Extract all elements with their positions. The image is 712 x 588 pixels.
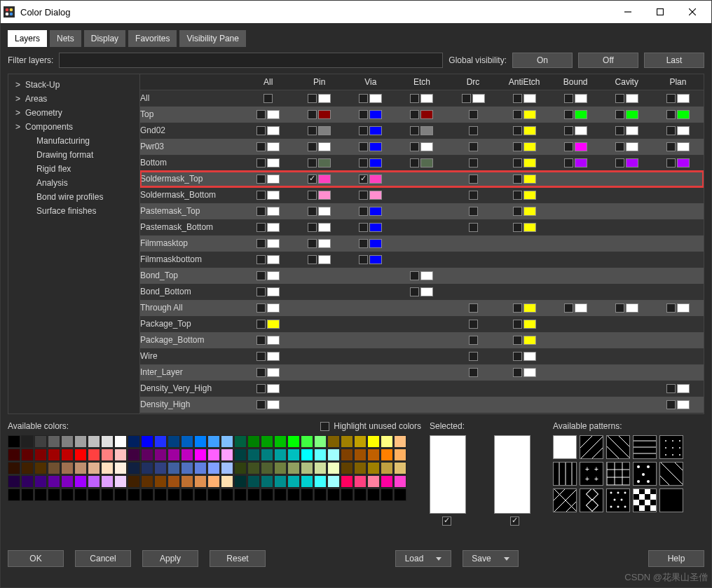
palette-swatch[interactable]	[341, 475, 353, 488]
cell-swatch[interactable]	[575, 158, 587, 167]
cell-checkbox[interactable]	[256, 287, 266, 296]
palette-swatch[interactable]	[141, 435, 153, 448]
palette-swatch[interactable]	[154, 435, 167, 448]
tab-layers[interactable]: Layers	[8, 30, 47, 47]
cell-swatch[interactable]	[318, 94, 331, 103]
cell-swatch[interactable]	[626, 110, 638, 119]
palette-swatch[interactable]	[261, 475, 273, 488]
palette-swatch[interactable]	[354, 488, 367, 501]
cell-checkbox[interactable]	[256, 255, 266, 264]
cell-checkbox[interactable]	[359, 94, 368, 103]
cell-checkbox[interactable]	[615, 158, 624, 167]
cell-checkbox[interactable]	[513, 191, 522, 200]
cell-checkbox[interactable]	[256, 352, 266, 361]
cell-swatch[interactable]	[267, 110, 280, 119]
cell-checkbox[interactable]	[469, 336, 478, 345]
palette-swatch[interactable]	[114, 462, 127, 474]
tree-geometry[interactable]: >Geometry	[11, 106, 137, 120]
cell-swatch[interactable]	[523, 368, 536, 377]
cell-swatch[interactable]	[523, 320, 536, 329]
cell-checkbox[interactable]	[256, 142, 266, 151]
palette-swatch[interactable]	[167, 449, 180, 461]
tree-drawing-format[interactable]: Drawing format	[11, 148, 137, 162]
cell-swatch[interactable]	[369, 110, 382, 119]
palette-swatch[interactable]	[314, 488, 327, 501]
palette-swatch[interactable]	[61, 488, 74, 501]
palette-swatch[interactable]	[394, 488, 406, 501]
cell-checkbox[interactable]	[256, 207, 266, 216]
cell-checkbox[interactable]	[469, 207, 478, 216]
palette-swatch[interactable]	[101, 462, 114, 474]
cell-swatch[interactable]	[369, 239, 382, 248]
palette-swatch[interactable]	[367, 475, 380, 488]
cell-checkbox[interactable]	[308, 255, 317, 264]
palette-swatch[interactable]	[247, 475, 260, 488]
palette-swatch[interactable]	[261, 449, 273, 461]
cell-checkbox[interactable]	[308, 191, 317, 200]
palette-swatch[interactable]	[128, 435, 140, 448]
cancel-button[interactable]: Cancel	[75, 550, 131, 567]
cell-checkbox[interactable]	[469, 352, 478, 361]
cell-checkbox[interactable]	[513, 207, 522, 216]
palette-swatch[interactable]	[301, 449, 313, 461]
cell-checkbox[interactable]	[564, 303, 573, 313]
palette-swatch[interactable]	[234, 449, 247, 461]
cell-checkbox[interactable]	[359, 191, 368, 200]
tree-manufacturing[interactable]: Manufacturing	[11, 134, 137, 148]
palette-swatch[interactable]	[261, 488, 273, 501]
cell-checkbox[interactable]	[308, 207, 317, 216]
cell-checkbox[interactable]	[256, 158, 266, 167]
palette-swatch[interactable]	[101, 475, 114, 488]
palette-swatch[interactable]	[48, 475, 60, 488]
cell-swatch[interactable]	[523, 126, 536, 135]
cell-swatch[interactable]	[677, 400, 690, 409]
filter-input[interactable]	[59, 53, 443, 68]
cell-checkbox[interactable]	[410, 142, 419, 151]
cell-swatch[interactable]	[318, 223, 331, 232]
palette-swatch[interactable]	[48, 435, 60, 448]
cell-checkbox[interactable]	[308, 126, 317, 135]
palette-swatch[interactable]	[354, 462, 367, 474]
cell-swatch[interactable]	[318, 255, 331, 264]
pattern-swatch[interactable]	[633, 462, 657, 486]
cell-checkbox[interactable]	[256, 384, 266, 393]
cell-swatch[interactable]	[267, 239, 280, 248]
palette-swatch[interactable]	[327, 488, 340, 501]
tree-analysis[interactable]: Analysis	[11, 176, 137, 190]
palette-swatch[interactable]	[181, 475, 193, 488]
cell-swatch[interactable]	[523, 110, 536, 119]
reset-button[interactable]: Reset	[210, 550, 266, 567]
palette-swatch[interactable]	[234, 435, 247, 448]
palette-swatch[interactable]	[48, 462, 60, 474]
cell-swatch[interactable]	[626, 126, 638, 135]
cell-swatch[interactable]	[369, 255, 382, 264]
cell-checkbox[interactable]	[462, 94, 471, 103]
cell-checkbox[interactable]	[513, 352, 522, 361]
ok-button[interactable]: OK	[8, 550, 64, 567]
palette-swatch[interactable]	[21, 488, 34, 501]
cell-swatch[interactable]	[369, 191, 382, 200]
cell-swatch[interactable]	[267, 158, 280, 167]
palette-swatch[interactable]	[34, 449, 47, 461]
palette-swatch[interactable]	[287, 435, 300, 448]
cell-checkbox[interactable]	[513, 368, 522, 377]
palette-swatch[interactable]	[354, 475, 367, 488]
selected-color-swatch-2[interactable]	[494, 435, 530, 514]
cell-checkbox[interactable]	[308, 142, 317, 151]
palette-swatch[interactable]	[128, 449, 140, 461]
cell-checkbox[interactable]	[469, 303, 478, 313]
cell-checkbox[interactable]	[359, 255, 368, 264]
palette-swatch[interactable]	[207, 475, 220, 488]
cell-swatch[interactable]	[267, 303, 280, 313]
cell-checkbox[interactable]	[308, 110, 317, 119]
cell-swatch[interactable]	[318, 126, 331, 135]
cell-checkbox[interactable]	[359, 175, 368, 184]
palette-swatch[interactable]	[21, 435, 34, 448]
cell-swatch[interactable]	[677, 303, 690, 313]
palette-swatch[interactable]	[207, 462, 220, 474]
palette-swatch[interactable]	[194, 488, 207, 501]
cell-checkbox[interactable]	[666, 400, 676, 409]
cell-checkbox[interactable]	[666, 158, 676, 167]
palette-swatch[interactable]	[154, 475, 167, 488]
cell-swatch[interactable]	[626, 94, 638, 103]
